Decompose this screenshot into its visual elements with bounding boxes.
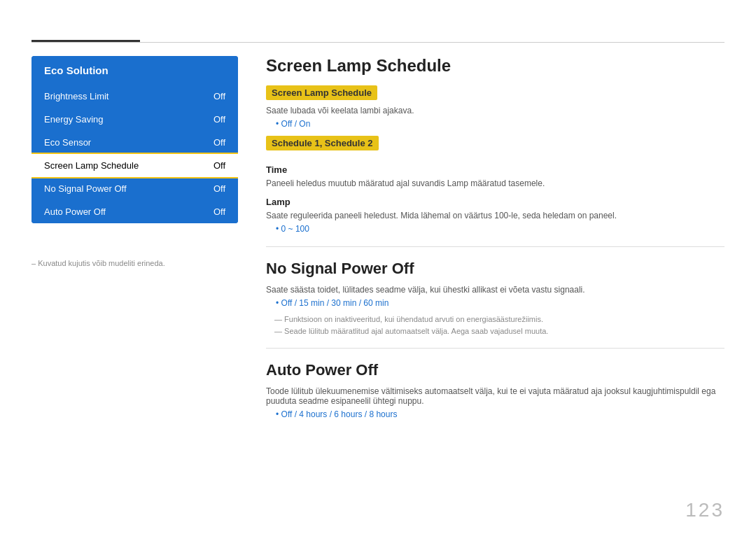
section2-note1: Funktsioon on inaktiveeritud, kui ühenda… [266,315,724,323]
section3-bullet: Off / 4 hours / 6 hours / 8 hours [276,409,724,419]
section1-desc1: Saate lubada või keelata lambi ajakava. [266,106,724,115]
sidebar-value-screen-lamp-schedule: Off [214,160,225,171]
section-auto-power-off: Auto Power Off Toode lülitub ülekuumenem… [266,361,724,419]
sidebar-value-auto-power-off: Off [214,206,225,217]
sidebar-item-no-signal-power-off[interactable]: No Signal Power Off Off [31,177,238,200]
section1-title: Screen Lamp Schedule [266,56,724,76]
section3-desc: Toode lülitub ülekuumenemise vältimiseks… [266,386,724,406]
sidebar-item-energy-saving[interactable]: Energy Saving Off [31,108,238,131]
sidebar-label-auto-power-off: Auto Power Off [44,206,106,217]
highlight-schedule-1-2: Schedule 1, Schedule 2 [266,136,379,150]
section-screen-lamp-schedule: Screen Lamp Schedule Screen Lamp Schedul… [266,56,724,234]
sub-desc-time: Paneeli heledus muutub määratud ajal suv… [266,178,724,188]
sidebar-label-no-signal-power-off: No Signal Power Off [44,183,127,194]
sidebar-item-auto-power-off[interactable]: Auto Power Off Off [31,200,238,223]
section2-note2: Seade lülitub määratlitud ajal automaats… [266,327,724,335]
sidebar-value-brightness-limit: Off [214,91,225,101]
sidebar-label-brightness-limit: Brightness Limit [44,91,108,101]
sub-desc-lamp: Saate reguleerida paneeli heledust. Mida… [266,211,724,220]
sidebar-item-brightness-limit[interactable]: Brightness Limit Off [31,85,238,108]
section3-title: Auto Power Off [266,361,724,379]
section2-bullet: Off / 15 min / 30 min / 60 min [276,298,724,308]
page-number: 123 [685,499,724,521]
section1-bullet1: Off / On [276,119,724,129]
sidebar-value-no-signal-power-off: Off [214,183,225,194]
sidebar-item-eco-sensor[interactable]: Eco Sensor Off [31,131,238,154]
top-divider-line [31,42,724,43]
main-content: Screen Lamp Schedule Screen Lamp Schedul… [266,56,724,503]
sidebar-header: Eco Solution [31,56,238,85]
sidebar-label-eco-sensor: Eco Sensor [44,137,91,148]
section2-title: No Signal Power Off [266,260,724,278]
sidebar-item-screen-lamp-schedule[interactable]: Screen Lamp Schedule Off [31,154,238,177]
divider-2 [266,348,724,349]
divider-1 [266,246,724,247]
eco-solution-sidebar: Eco Solution Brightness Limit Off Energy… [31,56,238,223]
section-no-signal-power-off: No Signal Power Off Saate säästa toidet,… [266,260,724,335]
sidebar-note: – Kuvatud kujutis võib mudeliti erineda. [31,259,165,267]
sidebar-value-eco-sensor: Off [214,137,225,148]
sub-title-time: Time [266,164,724,175]
sidebar-value-energy-saving: Off [214,114,225,125]
highlight-screen-lamp-schedule: Screen Lamp Schedule [266,85,377,100]
sidebar-label-screen-lamp-schedule: Screen Lamp Schedule [44,160,139,171]
section2-desc: Saate säästa toidet, lülitades seadme vä… [266,285,724,295]
sub-title-lamp: Lamp [266,197,724,207]
section1-bullet2: 0 ~ 100 [276,224,724,234]
sidebar-label-energy-saving: Energy Saving [44,114,104,125]
